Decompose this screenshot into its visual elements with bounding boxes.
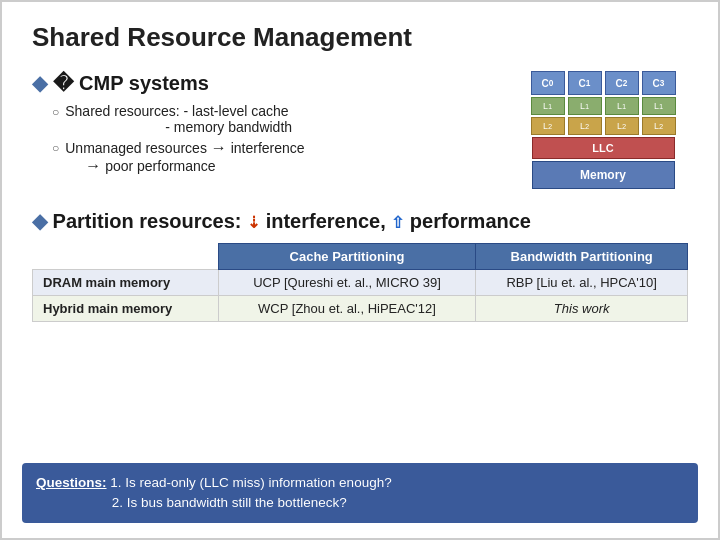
bullet-symbol-1: ○: [52, 105, 59, 119]
dram-label: DRAM main memory: [33, 270, 219, 296]
core-c0: C0: [531, 71, 565, 95]
cmp-header: ◆ � CMP systems: [32, 71, 508, 95]
bullet-group-1: ○ Shared resources: - last-level cache -…: [52, 103, 508, 175]
table-row-hybrid: Hybrid main memory WCP [Zhou et. al., Hi…: [33, 296, 688, 322]
hybrid-label: Hybrid main memory: [33, 296, 219, 322]
up-arrow-icon: ⇧: [391, 214, 404, 231]
cmp-diamond: ◆: [32, 72, 47, 94]
table-row-dram: DRAM main memory UCP [Qureshi et. al., M…: [33, 270, 688, 296]
down-arrow-icon: ⇣: [247, 214, 260, 231]
left-content: ◆ � CMP systems ○ Shared resources: - la…: [32, 71, 508, 191]
dram-cache: UCP [Qureshi et. al., MICRO 39]: [218, 270, 476, 296]
bullet-shared-resources: ○ Shared resources: - last-level cache -…: [52, 103, 508, 135]
cmp-header-text: � CMP systems: [53, 72, 209, 94]
dram-bw: RBP [Liu et. al., HPCA'10]: [476, 270, 688, 296]
slide-title: Shared Resource Management: [32, 22, 688, 53]
l2-row: L2 L2 L2 L2: [518, 117, 688, 135]
l1-2: L1: [605, 97, 639, 115]
slide: Shared Resource Management ◆ � CMP syste…: [0, 0, 720, 540]
shared-line2: - memory bandwidth: [65, 119, 292, 135]
l1-3: L1: [642, 97, 676, 115]
l1-0: L1: [531, 97, 565, 115]
core-row: C0 C1 C2 C3: [518, 71, 688, 95]
hybrid-cache: WCP [Zhou et. al., HiPEAC'12]: [218, 296, 476, 322]
questions-line1: 1. Is read-only (LLC miss) information e…: [110, 475, 391, 490]
bullet-unmanaged-text: Unmanaged resources → interference → poo…: [65, 139, 304, 175]
table-header-bw: Bandwidth Partitioning: [476, 244, 688, 270]
chip-diagram: C0 C1 C2 C3 L1 L1 L1 L1 L2 L2 L2 L2 LLC …: [518, 71, 688, 191]
core-c1: C1: [568, 71, 602, 95]
bullet-symbol-2: ○: [52, 141, 59, 155]
l2-0: L2: [531, 117, 565, 135]
unmanaged-line1: Unmanaged resources → interference: [65, 139, 304, 157]
l2-1: L2: [568, 117, 602, 135]
bullet-shared-text: Shared resources: - last-level cache - m…: [65, 103, 292, 135]
memory-box: Memory: [532, 161, 675, 189]
shared-line1: Shared resources: - last-level cache: [65, 103, 292, 119]
content-area: ◆ � CMP systems ○ Shared resources: - la…: [32, 71, 688, 191]
l2-2: L2: [605, 117, 639, 135]
table-header-empty: [33, 244, 219, 270]
l2-3: L2: [642, 117, 676, 135]
questions-box: Questions: 1. Is read-only (LLC miss) in…: [22, 463, 698, 524]
partition-diamond: ◆: [32, 210, 47, 232]
l1-row: L1 L1 L1 L1: [518, 97, 688, 115]
partition-prefix: Partition resources:: [53, 210, 248, 232]
table-header-cache: Cache Partitioning: [218, 244, 476, 270]
llc-box: LLC: [532, 137, 675, 159]
l1-1: L1: [568, 97, 602, 115]
unmanaged-line2: → poor performance: [65, 157, 304, 175]
core-c2: C2: [605, 71, 639, 95]
questions-line2: 2. Is bus bandwidth still the bottleneck…: [112, 495, 347, 510]
questions-label: Questions:: [36, 475, 107, 490]
partition-interference: interference,: [266, 210, 392, 232]
core-c3: C3: [642, 71, 676, 95]
partition-performance: performance: [410, 210, 531, 232]
partition-header: ◆ Partition resources: ⇣ interference, ⇧…: [32, 209, 688, 233]
hybrid-bw-this-work: This work: [476, 296, 688, 322]
bullet-unmanaged: ○ Unmanaged resources → interference → p…: [52, 139, 508, 175]
partition-table: Cache Partitioning Bandwidth Partitionin…: [32, 243, 688, 322]
